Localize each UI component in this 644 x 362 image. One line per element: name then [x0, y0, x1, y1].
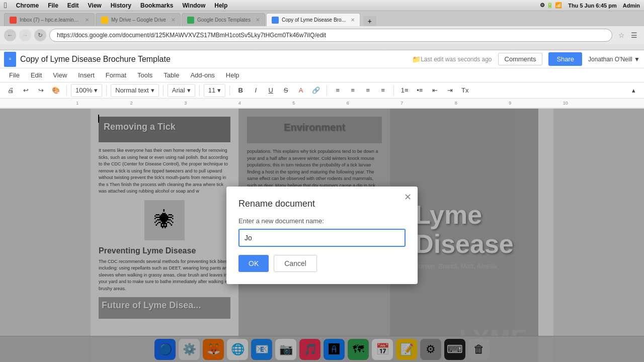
mac-topbar:  Chrome File Edit View History Bookmark… [0, 0, 644, 11]
numbered-list-button[interactable]: 1≡ [398, 84, 411, 97]
fontsize-dropdown[interactable]: 11 ▾ [204, 84, 225, 97]
menu-view[interactable]: View [48, 69, 72, 81]
ok-button[interactable]: OK [238, 255, 269, 272]
menu-file[interactable]: File [48, 2, 58, 9]
tab-templates[interactable]: Google Docs Templates ✕ [182, 13, 265, 26]
print-button[interactable]: 🖨 [4, 84, 17, 97]
nav-right-icons: ☰ [628, 29, 640, 41]
tab-add-button[interactable]: + [363, 16, 376, 26]
align-justify-button[interactable]: ≡ [376, 84, 389, 97]
mac-datetime: Thu 5 Jun 6:45 pm [568, 3, 617, 9]
menu-format[interactable]: Format [101, 69, 131, 81]
menu-file[interactable]: File [4, 69, 25, 81]
apple-menu-icon[interactable]:  [4, 1, 7, 10]
bullet-list-button[interactable]: •≡ [413, 84, 426, 97]
docs-header: ≡ Copy of Lyme Disease Brochure Template… [0, 50, 644, 68]
folder-icon[interactable]: 📁 [412, 55, 421, 63]
doc-title: Copy of Lyme Disease Brochure Template [20, 55, 408, 64]
tab-close-gmail[interactable]: ✕ [85, 17, 89, 23]
docs-toolbar: 🖨 ↩ ↪ 🎨 100% ▾ Normal text ▾ Arial ▾ 11 … [0, 82, 644, 99]
zoom-dropdown[interactable]: 100% ▾ [71, 84, 102, 97]
docs-header-right: Last edit was seconds ago Comments Share… [421, 52, 640, 66]
tab-close-templates[interactable]: ✕ [256, 17, 260, 23]
rename-dialog: ✕ Rename document Enter a new document n… [226, 187, 418, 284]
tab-gmail[interactable]: Inbox (7) – hpc.e.learning... ✕ [4, 13, 95, 26]
align-center-button[interactable]: ≡ [346, 84, 359, 97]
docs-menu-bar: File Edit View Insert Format Tools Table… [0, 68, 644, 82]
user-name: Jonathan O'Neill ▼ [588, 56, 640, 63]
italic-button[interactable]: I [249, 84, 262, 97]
ruler: 12345678910 [0, 99, 644, 109]
tab-drive[interactable]: My Drive – Google Drive ✕ [96, 13, 181, 26]
undo-button[interactable]: ↩ [19, 84, 32, 97]
menu-insert[interactable]: Insert [73, 69, 100, 81]
mac-icons: ⚙ 🔋 📶 [540, 2, 562, 9]
increase-indent-button[interactable]: ⇥ [443, 84, 456, 97]
menu-tools[interactable]: Tools [132, 69, 157, 81]
modal-title: Rename document [238, 199, 406, 209]
docs-logo: ≡ [4, 52, 16, 67]
comments-button[interactable]: Comments [498, 53, 543, 65]
tab-label-gmail: Inbox (7) – hpc.e.learning... [20, 17, 80, 23]
style-dropdown[interactable]: Normal text ▾ [111, 84, 158, 97]
menu-window[interactable]: Window [182, 2, 205, 9]
address-text: https://docs.google.com/document/d/125KM… [57, 32, 326, 39]
doc-content: Removing a Tick It seems like everyone h… [0, 109, 644, 362]
redo-button[interactable]: ↪ [34, 84, 47, 97]
menu-help[interactable]: Help [214, 2, 227, 9]
font-dropdown[interactable]: Arial ▾ [168, 84, 195, 97]
font-value: Arial [172, 86, 185, 94]
clear-format-button[interactable]: Tx [458, 84, 471, 97]
toolbar-sep-3 [163, 85, 164, 96]
tab-label-docs: Copy of Lyme Disease Bro... [282, 17, 346, 23]
rename-input[interactable] [238, 229, 406, 247]
toolbar-sep-7 [393, 85, 394, 96]
bookmark-star-icon[interactable]: ☆ [618, 31, 625, 39]
fontsize-chevron-icon: ▾ [217, 86, 221, 94]
menu-table[interactable]: Table [158, 69, 184, 81]
refresh-button[interactable]: ↻ [34, 29, 46, 41]
tab-label-templates: Google Docs Templates [197, 17, 251, 23]
link-button[interactable]: 🔗 [309, 84, 323, 97]
toolbar-sep-1 [66, 85, 67, 96]
underline-button[interactable]: U [264, 84, 277, 97]
menu-bookmarks[interactable]: Bookmarks [140, 2, 173, 9]
menu-chrome[interactable]: Chrome [16, 2, 39, 9]
modal-label: Enter a new document name: [238, 217, 406, 225]
bold-button[interactable]: B [234, 84, 247, 97]
tab-favicon-docs [272, 17, 279, 24]
strikethrough-button[interactable]: S [279, 84, 292, 97]
tab-docs[interactable]: Copy of Lyme Disease Bro... ✕ [266, 13, 360, 26]
collapse-toolbar-button[interactable]: ▴ [627, 84, 640, 97]
menu-view[interactable]: View [88, 2, 102, 9]
tab-label-drive: My Drive – Google Drive [111, 17, 166, 23]
toolbar-sep-4 [199, 85, 200, 96]
paint-format-button[interactable]: 🎨 [49, 84, 62, 97]
tab-favicon-gmail [10, 17, 17, 24]
address-bar[interactable]: https://docs.google.com/document/d/125KM… [49, 29, 612, 42]
menu-edit[interactable]: Edit [26, 69, 47, 81]
back-button[interactable]: ← [4, 29, 16, 41]
tab-close-docs[interactable]: ✕ [351, 17, 355, 23]
chrome-settings-icon[interactable]: ☰ [628, 29, 640, 41]
modal-close-button[interactable]: ✕ [404, 193, 412, 202]
menu-help[interactable]: Help [221, 69, 245, 81]
browser-chrome: Inbox (7) – hpc.e.learning... ✕ My Drive… [0, 11, 644, 50]
align-left-button[interactable]: ≡ [331, 84, 344, 97]
tab-close-drive[interactable]: ✕ [171, 17, 175, 23]
toolbar-sep-6 [327, 85, 327, 96]
decrease-indent-button[interactable]: ⇤ [428, 84, 441, 97]
cancel-button[interactable]: Cancel [274, 255, 317, 272]
tab-bar: Inbox (7) – hpc.e.learning... ✕ My Drive… [0, 11, 644, 26]
mac-user: Admin [623, 3, 640, 9]
share-button[interactable]: Share [548, 52, 582, 66]
toolbar-sep-5 [229, 85, 230, 96]
align-right-button[interactable]: ≡ [361, 84, 374, 97]
menu-addons[interactable]: Add-ons [185, 69, 219, 81]
fontsize-value: 11 [208, 86, 215, 94]
menu-edit[interactable]: Edit [67, 2, 79, 9]
docs-area: ≡ Copy of Lyme Disease Brochure Template… [0, 50, 644, 362]
forward-button[interactable]: → [19, 29, 31, 41]
menu-history[interactable]: History [111, 2, 131, 9]
text-color-button[interactable]: A [294, 84, 307, 97]
